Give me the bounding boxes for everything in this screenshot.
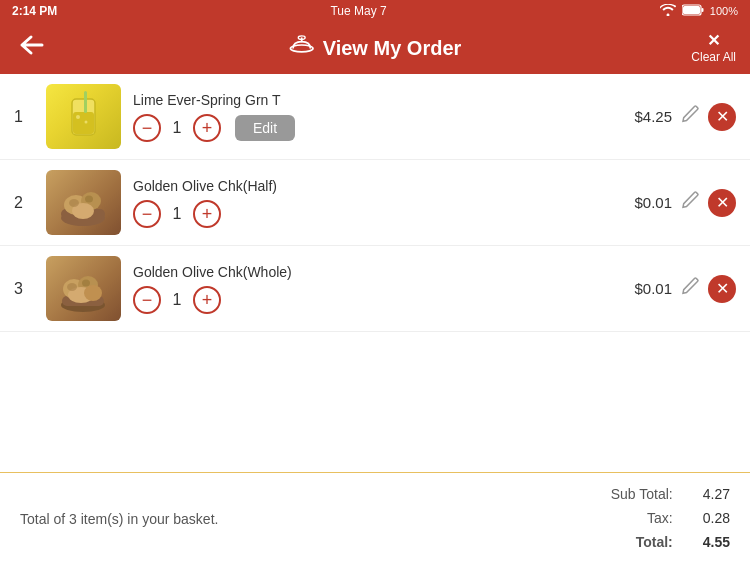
item-number-3: 3 [14,280,34,298]
back-button[interactable] [14,30,50,66]
delete-item-2[interactable]: ✕ [708,189,736,217]
item-controls-1: − 1 + Edit [133,114,617,142]
qty-value-3: 1 [167,291,187,309]
svg-rect-8 [84,91,87,113]
order-item: 1 Lime Ever-Spring Grn T − 1 + Edit [0,74,750,160]
increase-qty-1[interactable]: + [193,114,221,142]
item-controls-3: − 1 + [133,286,617,314]
clear-all-button[interactable]: ✕ Clear All [691,31,736,65]
delete-item-3[interactable]: ✕ [708,275,736,303]
totals: Sub Total: 4.27 Tax: 0.28 Total: 4.55 [611,483,730,554]
svg-point-24 [67,283,77,291]
subtotal-label: Sub Total: [611,483,673,507]
item-info-1: Lime Ever-Spring Grn T − 1 + Edit [133,92,617,142]
basket-info: Total of 3 item(s) in your basket. [20,511,218,527]
delete-item-1[interactable]: ✕ [708,103,736,131]
status-bar: 2:14 PM Tue May 7 100% [0,0,750,22]
qty-value-2: 1 [167,205,187,223]
total-label: Total: [636,531,673,555]
status-time: 2:14 PM [12,4,57,18]
battery-icon [682,4,704,19]
decrease-qty-1[interactable]: − [133,114,161,142]
item-name-1: Lime Ever-Spring Grn T [133,92,617,108]
svg-point-17 [85,195,93,202]
item-info-3: Golden Olive Chk(Whole) − 1 + [133,264,617,314]
svg-point-10 [85,120,88,123]
item-name-3: Golden Olive Chk(Whole) [133,264,617,280]
subtotal-value: 4.27 [703,483,730,507]
item-controls-2: − 1 + [133,200,617,228]
item-image-1 [46,84,121,149]
item-actions-1: ✕ [680,103,736,131]
order-item: 3 Golden Olive Chk(Whole) − 1 + [0,246,750,332]
dish-icon [289,34,315,62]
svg-point-16 [69,199,79,207]
total-value: 4.55 [703,531,730,555]
tax-row: Tax: 0.28 [611,507,730,531]
battery-percent: 100% [710,5,738,17]
status-date: Tue May 7 [330,4,386,18]
header-title: View My Order [323,37,462,60]
svg-point-9 [76,115,80,119]
item-number-1: 1 [14,108,34,126]
svg-point-23 [84,285,102,301]
qty-value-1: 1 [167,119,187,137]
item-actions-2: ✕ [680,189,736,217]
order-summary: Total of 3 item(s) in your basket. Sub T… [0,472,750,562]
increase-qty-3[interactable]: + [193,286,221,314]
svg-rect-2 [701,8,703,12]
clear-all-label: Clear All [691,50,736,64]
tax-label: Tax: [647,507,673,531]
tax-value: 0.28 [703,507,730,531]
svg-point-25 [82,279,90,286]
header-center: View My Order [289,34,462,62]
order-items-list: 1 Lime Ever-Spring Grn T − 1 + Edit [0,74,750,472]
grand-total-row: Total: 4.55 [611,531,730,555]
decrease-qty-2[interactable]: − [133,200,161,228]
subtotal-row: Sub Total: 4.27 [611,483,730,507]
edit-icon-btn-1[interactable] [680,104,700,129]
wifi-icon [660,4,676,19]
edit-icon-btn-2[interactable] [680,190,700,215]
svg-rect-1 [683,6,700,14]
edit-icon-btn-3[interactable] [680,276,700,301]
status-indicators: 100% [660,4,738,19]
item-image-2 [46,170,121,235]
item-price-1: $4.25 [617,108,672,125]
item-name-2: Golden Olive Chk(Half) [133,178,617,194]
svg-rect-7 [73,112,94,134]
item-price-2: $0.01 [617,194,672,211]
increase-qty-2[interactable]: + [193,200,221,228]
edit-item-1[interactable]: Edit [235,115,295,141]
item-image-3 [46,256,121,321]
item-price-3: $0.01 [617,280,672,297]
order-item: 2 Golden Olive Chk(Half) − 1 + [0,160,750,246]
decrease-qty-3[interactable]: − [133,286,161,314]
item-number-2: 2 [14,194,34,212]
item-actions-3: ✕ [680,275,736,303]
header: View My Order ✕ Clear All [0,22,750,74]
item-info-2: Golden Olive Chk(Half) − 1 + [133,178,617,228]
